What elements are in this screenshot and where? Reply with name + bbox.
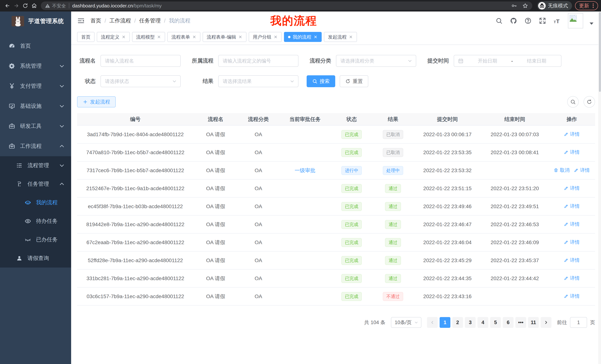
breadcrumb-workflow[interactable]: 工作流程 <box>109 17 131 25</box>
current-task-link[interactable]: 一级审批 <box>295 168 315 173</box>
page-scrollbar[interactable] <box>598 11 601 364</box>
pager-page-5[interactable]: 5 <box>490 317 501 328</box>
action-detail-link[interactable]: 详情 <box>564 293 580 299</box>
sidebar-item-done-tasks[interactable]: 已办任务 <box>0 230 71 249</box>
action-label: 详情 <box>570 185 580 192</box>
close-icon[interactable] <box>274 35 278 39</box>
tab-process-form-edit[interactable]: 流程表单-编辑 <box>203 32 246 42</box>
breadcrumb-home[interactable]: 首页 <box>90 17 101 25</box>
page-size-select[interactable]: 10条/页 <box>391 317 421 328</box>
password-key-icon[interactable] <box>511 3 517 9</box>
refresh-table-button[interactable] <box>583 96 595 108</box>
bookmark-star-icon[interactable] <box>522 3 528 9</box>
close-icon[interactable] <box>122 35 126 39</box>
sidebar-item-leave-query[interactable]: 请假查询 <box>0 249 71 268</box>
create-process-button[interactable]: 发起流程 <box>77 96 116 107</box>
category-select[interactable]: 请选择流程分类 <box>336 55 416 67</box>
sidebar-item-system-mgmt[interactable]: 系统管理 <box>0 56 71 76</box>
sidebar-item-todo-tasks[interactable]: 待办任务 <box>0 212 71 230</box>
action-detail-link[interactable]: 详情 <box>564 257 580 263</box>
gear-icon <box>9 63 15 69</box>
sidebar-collapse-icon[interactable] <box>77 17 85 25</box>
action-cancel-link[interactable]: 取消 <box>554 167 570 173</box>
action-detail-link[interactable]: 详情 <box>564 149 580 155</box>
tab-my-process[interactable]: 我的流程 <box>284 32 322 42</box>
cell-submit-time: 2022-01-22 23:45:29 <box>414 251 481 269</box>
pager-page-1[interactable]: 1 <box>440 317 450 328</box>
close-icon[interactable] <box>349 35 353 39</box>
pager-page-4[interactable]: 4 <box>478 317 488 328</box>
table-toolbar: 发起流程 <box>77 96 595 108</box>
action-detail-link[interactable]: 详情 <box>574 167 590 173</box>
action-detail-link[interactable]: 详情 <box>564 131 580 137</box>
goto-page-input[interactable] <box>570 317 587 328</box>
action-detail-link[interactable]: 详情 <box>564 275 580 281</box>
pager-page-11[interactable]: 11 <box>528 317 539 328</box>
sidebar-item-my-process[interactable]: 我的流程 <box>0 193 71 212</box>
action-detail-link[interactable]: 详情 <box>564 185 580 192</box>
browser-update-button[interactable]: 更新 <box>575 1 598 10</box>
help-icon[interactable] <box>524 17 531 24</box>
search-button[interactable]: 搜索 <box>307 75 335 87</box>
github-icon[interactable] <box>510 17 517 24</box>
scrollbar-thumb[interactable] <box>599 12 601 92</box>
update-label[interactable]: 更新 <box>579 2 589 9</box>
sidebar-item-home[interactable]: 首页 <box>0 36 71 56</box>
submit-time-range-picker[interactable]: 开始日期 - 结束日期 <box>454 55 561 67</box>
close-icon[interactable] <box>157 35 161 39</box>
cell-submit-time: 2022-01-22 23:53:35 <box>414 144 481 161</box>
tab-process-model[interactable]: 流程模型 <box>132 32 165 42</box>
sidebar-item-infrastructure[interactable]: 基础设施 <box>0 96 71 116</box>
pager-page-3[interactable]: 3 <box>465 317 476 328</box>
font-size-icon[interactable]: TT <box>553 17 561 24</box>
toolbox-icon <box>9 143 15 150</box>
end-date-placeholder[interactable]: 结束日期 <box>516 58 557 64</box>
sidebar-item-workflow[interactable]: 工作流程 <box>0 136 71 156</box>
avatar-caret-down-icon[interactable] <box>588 20 595 27</box>
security-warning-icon[interactable] <box>45 3 50 8</box>
browser-home-icon[interactable] <box>30 1 39 10</box>
tab-process-form[interactable]: 流程表单 <box>167 32 200 42</box>
tab-start-process[interactable]: 发起流程 <box>324 32 357 42</box>
status-select[interactable]: 请选择状态 <box>100 75 181 87</box>
app-logo-row[interactable]: 芋道管理系统 <box>0 11 71 31</box>
tab-home[interactable]: 首页 <box>77 32 95 42</box>
show-search-button[interactable] <box>567 96 579 108</box>
close-icon[interactable] <box>238 35 242 39</box>
result-label: 结果 <box>189 77 213 85</box>
cell-category: OA <box>238 179 279 197</box>
browser-forward-icon[interactable] <box>12 1 21 10</box>
chevron-right-icon <box>544 320 549 325</box>
start-date-placeholder[interactable]: 开始日期 <box>467 58 508 64</box>
search-icon[interactable] <box>496 17 502 24</box>
browser-back-icon[interactable] <box>3 1 12 10</box>
action-detail-link[interactable]: 详情 <box>564 239 580 245</box>
cell-current-task <box>279 287 331 305</box>
action-detail-link[interactable]: 详情 <box>564 221 580 228</box>
tab-user-group[interactable]: 用户分组 <box>249 32 282 42</box>
close-icon[interactable] <box>313 35 318 39</box>
sidebar-item-dev-tools[interactable]: 研发工具 <box>0 116 71 136</box>
address-bar[interactable]: 不安全 dashboard.yudao.iocoder.cn/bpm/task/… <box>41 1 532 10</box>
close-icon[interactable] <box>192 35 196 39</box>
process-def-input[interactable] <box>218 55 299 67</box>
avatar[interactable] <box>568 13 583 29</box>
pager-next-button[interactable] <box>541 317 551 328</box>
process-name-input[interactable] <box>100 55 181 67</box>
browser-reload-icon[interactable] <box>21 1 30 10</box>
sidebar-item-payment-mgmt[interactable]: 支付管理 <box>0 76 71 96</box>
fullscreen-icon[interactable] <box>539 17 546 24</box>
sidebar-item-process-mgmt[interactable]: 流程管理 <box>0 156 71 175</box>
tab-process-definition[interactable]: 流程定义 <box>97 32 130 42</box>
pager-page-6[interactable]: 6 <box>503 317 513 328</box>
result-select[interactable]: 请选择流结果 <box>218 75 299 87</box>
security-label[interactable]: 不安全 <box>52 3 66 9</box>
pager-prev-button[interactable] <box>427 317 438 328</box>
action-detail-link[interactable]: 详情 <box>564 203 580 210</box>
pager-page-2[interactable]: 2 <box>452 317 463 328</box>
pager-ellipsis[interactable]: ••• <box>515 317 526 328</box>
sidebar-item-task-mgmt[interactable]: 任务管理 <box>0 175 71 193</box>
breadcrumb-task-mgmt[interactable]: 任务管理 <box>139 17 161 25</box>
browser-menu-dots-icon[interactable] <box>590 3 596 9</box>
reset-button[interactable]: 重置 <box>340 75 368 87</box>
